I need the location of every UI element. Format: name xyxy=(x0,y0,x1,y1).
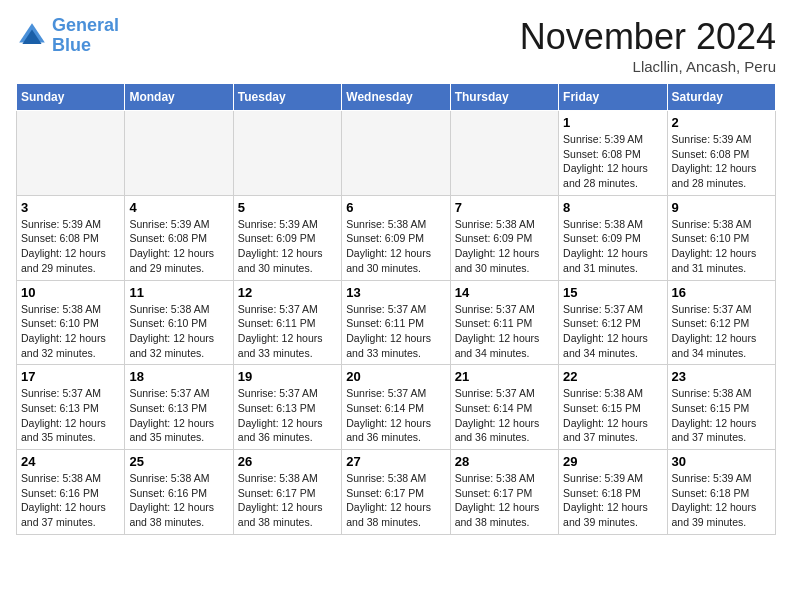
day-info: Sunrise: 5:39 AM Sunset: 6:08 PM Dayligh… xyxy=(563,132,662,191)
calendar-cell: 12Sunrise: 5:37 AM Sunset: 6:11 PM Dayli… xyxy=(233,280,341,365)
calendar-cell: 20Sunrise: 5:37 AM Sunset: 6:14 PM Dayli… xyxy=(342,365,450,450)
calendar-cell: 7Sunrise: 5:38 AM Sunset: 6:09 PM Daylig… xyxy=(450,195,558,280)
day-info: Sunrise: 5:37 AM Sunset: 6:13 PM Dayligh… xyxy=(21,386,120,445)
day-number: 6 xyxy=(346,200,445,215)
calendar-cell: 26Sunrise: 5:38 AM Sunset: 6:17 PM Dayli… xyxy=(233,450,341,535)
day-info: Sunrise: 5:38 AM Sunset: 6:17 PM Dayligh… xyxy=(346,471,445,530)
day-info: Sunrise: 5:37 AM Sunset: 6:13 PM Dayligh… xyxy=(238,386,337,445)
day-number: 27 xyxy=(346,454,445,469)
calendar-cell: 6Sunrise: 5:38 AM Sunset: 6:09 PM Daylig… xyxy=(342,195,450,280)
calendar-cell: 19Sunrise: 5:37 AM Sunset: 6:13 PM Dayli… xyxy=(233,365,341,450)
day-info: Sunrise: 5:37 AM Sunset: 6:14 PM Dayligh… xyxy=(346,386,445,445)
day-info: Sunrise: 5:39 AM Sunset: 6:18 PM Dayligh… xyxy=(563,471,662,530)
day-info: Sunrise: 5:37 AM Sunset: 6:11 PM Dayligh… xyxy=(238,302,337,361)
week-row-2: 3Sunrise: 5:39 AM Sunset: 6:08 PM Daylig… xyxy=(17,195,776,280)
day-info: Sunrise: 5:38 AM Sunset: 6:16 PM Dayligh… xyxy=(129,471,228,530)
calendar-cell: 23Sunrise: 5:38 AM Sunset: 6:15 PM Dayli… xyxy=(667,365,775,450)
day-info: Sunrise: 5:38 AM Sunset: 6:10 PM Dayligh… xyxy=(129,302,228,361)
calendar-cell: 13Sunrise: 5:37 AM Sunset: 6:11 PM Dayli… xyxy=(342,280,450,365)
weekday-header-thursday: Thursday xyxy=(450,84,558,111)
day-number: 10 xyxy=(21,285,120,300)
weekday-header-friday: Friday xyxy=(559,84,667,111)
calendar-cell: 3Sunrise: 5:39 AM Sunset: 6:08 PM Daylig… xyxy=(17,195,125,280)
weekday-header-tuesday: Tuesday xyxy=(233,84,341,111)
day-info: Sunrise: 5:37 AM Sunset: 6:12 PM Dayligh… xyxy=(563,302,662,361)
day-number: 14 xyxy=(455,285,554,300)
logo-text: General Blue xyxy=(52,16,119,56)
calendar-cell xyxy=(450,111,558,196)
day-info: Sunrise: 5:37 AM Sunset: 6:14 PM Dayligh… xyxy=(455,386,554,445)
calendar-cell: 15Sunrise: 5:37 AM Sunset: 6:12 PM Dayli… xyxy=(559,280,667,365)
day-info: Sunrise: 5:38 AM Sunset: 6:10 PM Dayligh… xyxy=(672,217,771,276)
day-info: Sunrise: 5:38 AM Sunset: 6:16 PM Dayligh… xyxy=(21,471,120,530)
calendar-cell: 30Sunrise: 5:39 AM Sunset: 6:18 PM Dayli… xyxy=(667,450,775,535)
calendar-cell: 25Sunrise: 5:38 AM Sunset: 6:16 PM Dayli… xyxy=(125,450,233,535)
calendar-cell: 17Sunrise: 5:37 AM Sunset: 6:13 PM Dayli… xyxy=(17,365,125,450)
day-number: 3 xyxy=(21,200,120,215)
page-header: General Blue November 2024 Llacllin, Anc… xyxy=(16,16,776,75)
calendar-cell: 14Sunrise: 5:37 AM Sunset: 6:11 PM Dayli… xyxy=(450,280,558,365)
calendar-cell: 16Sunrise: 5:37 AM Sunset: 6:12 PM Dayli… xyxy=(667,280,775,365)
weekday-header-row: SundayMondayTuesdayWednesdayThursdayFrid… xyxy=(17,84,776,111)
day-info: Sunrise: 5:37 AM Sunset: 6:13 PM Dayligh… xyxy=(129,386,228,445)
calendar-cell: 29Sunrise: 5:39 AM Sunset: 6:18 PM Dayli… xyxy=(559,450,667,535)
day-info: Sunrise: 5:38 AM Sunset: 6:17 PM Dayligh… xyxy=(238,471,337,530)
day-number: 4 xyxy=(129,200,228,215)
calendar-cell xyxy=(342,111,450,196)
day-number: 30 xyxy=(672,454,771,469)
day-number: 13 xyxy=(346,285,445,300)
day-info: Sunrise: 5:37 AM Sunset: 6:12 PM Dayligh… xyxy=(672,302,771,361)
week-row-5: 24Sunrise: 5:38 AM Sunset: 6:16 PM Dayli… xyxy=(17,450,776,535)
day-number: 11 xyxy=(129,285,228,300)
day-info: Sunrise: 5:39 AM Sunset: 6:09 PM Dayligh… xyxy=(238,217,337,276)
day-number: 2 xyxy=(672,115,771,130)
calendar-cell xyxy=(125,111,233,196)
day-number: 12 xyxy=(238,285,337,300)
day-number: 22 xyxy=(563,369,662,384)
weekday-header-saturday: Saturday xyxy=(667,84,775,111)
calendar-cell: 22Sunrise: 5:38 AM Sunset: 6:15 PM Dayli… xyxy=(559,365,667,450)
day-number: 23 xyxy=(672,369,771,384)
calendar-cell: 18Sunrise: 5:37 AM Sunset: 6:13 PM Dayli… xyxy=(125,365,233,450)
day-number: 8 xyxy=(563,200,662,215)
calendar-cell: 28Sunrise: 5:38 AM Sunset: 6:17 PM Dayli… xyxy=(450,450,558,535)
logo-icon xyxy=(16,20,48,52)
weekday-header-sunday: Sunday xyxy=(17,84,125,111)
week-row-4: 17Sunrise: 5:37 AM Sunset: 6:13 PM Dayli… xyxy=(17,365,776,450)
day-number: 9 xyxy=(672,200,771,215)
day-number: 5 xyxy=(238,200,337,215)
day-number: 29 xyxy=(563,454,662,469)
day-number: 15 xyxy=(563,285,662,300)
calendar-cell: 21Sunrise: 5:37 AM Sunset: 6:14 PM Dayli… xyxy=(450,365,558,450)
day-info: Sunrise: 5:39 AM Sunset: 6:08 PM Dayligh… xyxy=(672,132,771,191)
day-number: 28 xyxy=(455,454,554,469)
day-number: 24 xyxy=(21,454,120,469)
day-number: 21 xyxy=(455,369,554,384)
day-info: Sunrise: 5:38 AM Sunset: 6:15 PM Dayligh… xyxy=(563,386,662,445)
day-number: 16 xyxy=(672,285,771,300)
day-info: Sunrise: 5:37 AM Sunset: 6:11 PM Dayligh… xyxy=(455,302,554,361)
location: Llacllin, Ancash, Peru xyxy=(520,58,776,75)
calendar-cell: 10Sunrise: 5:38 AM Sunset: 6:10 PM Dayli… xyxy=(17,280,125,365)
day-number: 20 xyxy=(346,369,445,384)
day-number: 25 xyxy=(129,454,228,469)
day-info: Sunrise: 5:38 AM Sunset: 6:17 PM Dayligh… xyxy=(455,471,554,530)
title-section: November 2024 Llacllin, Ancash, Peru xyxy=(520,16,776,75)
day-info: Sunrise: 5:38 AM Sunset: 6:15 PM Dayligh… xyxy=(672,386,771,445)
week-row-1: 1Sunrise: 5:39 AM Sunset: 6:08 PM Daylig… xyxy=(17,111,776,196)
calendar-cell: 4Sunrise: 5:39 AM Sunset: 6:08 PM Daylig… xyxy=(125,195,233,280)
day-number: 26 xyxy=(238,454,337,469)
calendar-cell: 2Sunrise: 5:39 AM Sunset: 6:08 PM Daylig… xyxy=(667,111,775,196)
day-number: 19 xyxy=(238,369,337,384)
calendar-cell: 5Sunrise: 5:39 AM Sunset: 6:09 PM Daylig… xyxy=(233,195,341,280)
day-info: Sunrise: 5:38 AM Sunset: 6:09 PM Dayligh… xyxy=(455,217,554,276)
calendar-cell xyxy=(17,111,125,196)
calendar-cell: 27Sunrise: 5:38 AM Sunset: 6:17 PM Dayli… xyxy=(342,450,450,535)
day-number: 7 xyxy=(455,200,554,215)
calendar-cell: 1Sunrise: 5:39 AM Sunset: 6:08 PM Daylig… xyxy=(559,111,667,196)
day-number: 18 xyxy=(129,369,228,384)
day-info: Sunrise: 5:39 AM Sunset: 6:18 PM Dayligh… xyxy=(672,471,771,530)
month-title: November 2024 xyxy=(520,16,776,58)
weekday-header-wednesday: Wednesday xyxy=(342,84,450,111)
day-info: Sunrise: 5:38 AM Sunset: 6:10 PM Dayligh… xyxy=(21,302,120,361)
